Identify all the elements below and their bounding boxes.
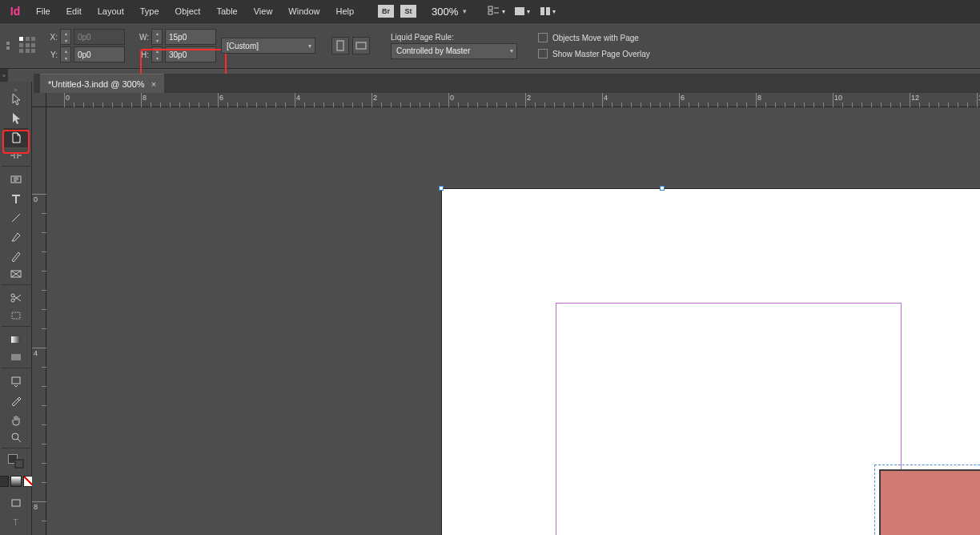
apply-color-button[interactable] [0, 476, 9, 487]
vertical-ruler[interactable]: 048 [32, 107, 46, 535]
pen-tool[interactable] [4, 227, 28, 247]
x-input[interactable] [74, 29, 125, 45]
zoom-tool[interactable] [2, 429, 30, 449]
tab-close-button[interactable]: × [151, 79, 156, 89]
bridge-button[interactable]: Br [378, 5, 394, 18]
type-tool[interactable] [4, 189, 28, 208]
master-overlay-checkbox[interactable] [538, 49, 548, 58]
svg-rect-5 [337, 41, 343, 50]
w-label: W: [138, 33, 149, 42]
view-mode-preview[interactable]: T [4, 513, 28, 532]
view-options-icon[interactable]: ▾ [487, 3, 506, 19]
menu-view[interactable]: View [247, 3, 280, 19]
content-collector-tool[interactable] [4, 170, 28, 189]
liquid-rule-dropdown[interactable]: Controlled by Master▾ [391, 43, 517, 59]
master-overlay-label: Show Master Page Overlay [552, 50, 650, 58]
svg-rect-3 [540, 7, 544, 15]
ruler-origin[interactable] [32, 93, 46, 107]
svg-rect-4 [546, 7, 550, 15]
orientation-landscape-button[interactable] [352, 37, 370, 54]
horizontal-ruler[interactable]: 0864202468101214 [46, 93, 980, 107]
note-tool[interactable] [4, 372, 28, 391]
free-transform-tool[interactable] [2, 308, 30, 327]
fill-stroke-swap[interactable] [4, 452, 28, 471]
w-input[interactable] [165, 29, 216, 45]
menu-window[interactable]: Window [281, 3, 327, 19]
reference-point[interactable] [19, 37, 37, 54]
svg-rect-14 [12, 377, 20, 384]
chevron-down-icon[interactable]: ▾ [463, 7, 467, 15]
document-tab[interactable]: *Untitled-3.indd @ 300% × [40, 74, 164, 93]
svg-rect-16 [12, 500, 20, 506]
menu-help[interactable]: Help [328, 3, 361, 19]
screen-mode-icon[interactable]: ▾ [512, 3, 532, 19]
svg-point-9 [11, 294, 14, 297]
gap-tool[interactable] [2, 147, 30, 167]
scissors-tool[interactable] [4, 288, 28, 308]
liquid-label: Liquid Page Rule: [391, 33, 517, 42]
objects-move-checkbox[interactable] [538, 33, 548, 42]
work-area: 0864202468101214 048 [32, 93, 980, 535]
menu-type[interactable]: Type [133, 3, 167, 19]
h-label: H: [138, 50, 149, 59]
x-spinner[interactable]: ▴▾ [60, 29, 71, 45]
y-label: Y: [46, 50, 58, 59]
view-mode-normal[interactable] [4, 493, 28, 513]
menu-table[interactable]: Table [209, 3, 244, 19]
svg-rect-0 [488, 6, 492, 10]
menu-bar: Id File Edit Layout Type Object Table Vi… [0, 0, 980, 22]
y-spinner[interactable]: ▴▾ [60, 46, 71, 62]
menu-file[interactable]: File [29, 3, 58, 19]
svg-rect-11 [12, 312, 20, 319]
eyedropper-tool[interactable] [4, 391, 28, 410]
svg-point-10 [11, 299, 14, 302]
toolbox: » T [0, 82, 32, 535]
page-preset-dropdown[interactable]: [Custom]▾ [221, 38, 315, 54]
hand-tool[interactable] [4, 410, 28, 429]
menu-layout[interactable]: Layout [90, 3, 131, 19]
svg-rect-13 [11, 354, 21, 360]
menu-object[interactable]: Object [168, 3, 208, 19]
h-input[interactable] [165, 46, 216, 62]
document-tab-bar: *Untitled-3.indd @ 300% × [34, 74, 980, 93]
y-input[interactable] [74, 46, 125, 62]
page-tool[interactable] [4, 128, 28, 147]
svg-rect-1 [488, 11, 492, 14]
arrange-documents-icon[interactable]: ▾ [538, 3, 557, 19]
zoom-level[interactable]: 300% [432, 6, 458, 18]
selection-tool[interactable] [4, 90, 28, 109]
gradient-feather-tool[interactable] [2, 349, 30, 368]
pencil-tool[interactable] [4, 247, 28, 266]
menu-edit[interactable]: Edit [59, 3, 89, 19]
panel-toggle[interactable]: » [0, 69, 8, 82]
orientation-portrait-button[interactable] [331, 37, 349, 54]
h-spinner[interactable]: ▴▾ [151, 46, 163, 62]
line-tool[interactable] [4, 208, 28, 227]
x-label: X: [46, 33, 58, 42]
direct-selection-tool[interactable] [4, 109, 28, 128]
svg-rect-12 [11, 336, 21, 343]
w-spinner[interactable]: ▴▾ [151, 29, 163, 45]
canvas[interactable] [46, 107, 980, 535]
document-tab-title: *Untitled-3.indd @ 300% [48, 79, 145, 89]
stock-button[interactable]: St [400, 5, 416, 18]
app-logo: Id [3, 5, 27, 18]
svg-point-15 [12, 433, 18, 440]
placed-rectangle[interactable] [879, 469, 980, 535]
gradient-swatch-tool[interactable] [4, 330, 28, 349]
control-bar: X: ▴▾ Y: ▴▾ W: ▴▾ H: ▴▾ [Custom]▾ [0, 22, 980, 69]
svg-rect-6 [356, 42, 366, 49]
objects-move-label: Objects Move with Page [552, 34, 639, 42]
rectangle-frame-tool[interactable] [2, 266, 30, 285]
svg-rect-2 [515, 7, 524, 15]
apply-gradient-button[interactable] [10, 476, 22, 487]
